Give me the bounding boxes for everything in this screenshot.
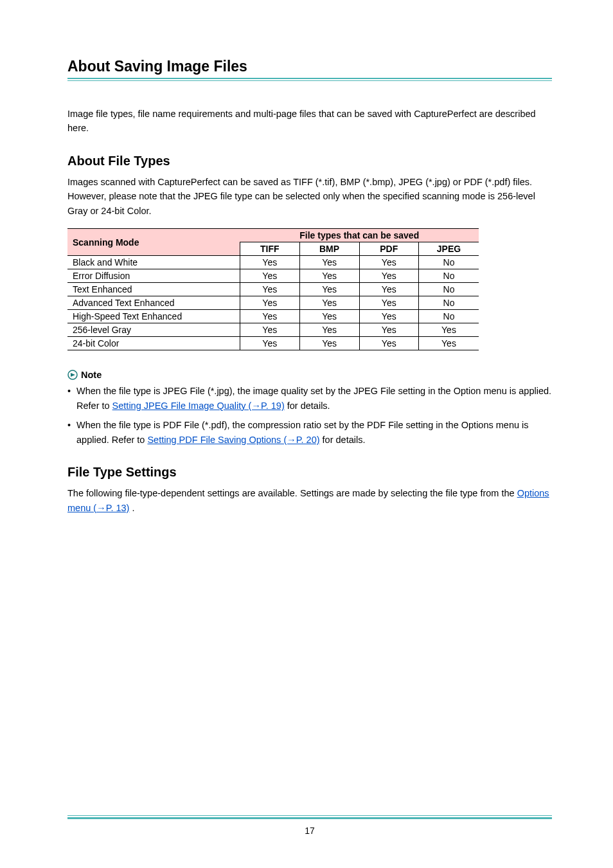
table-col-pdf: PDF xyxy=(359,242,418,256)
table-cell: 24-bit Color xyxy=(67,337,240,350)
table-row: Error Diffusion Yes Yes Yes No xyxy=(67,269,479,283)
note-text: for details. xyxy=(320,435,366,445)
table-cell: Yes xyxy=(299,256,359,269)
table-cell: No xyxy=(418,310,479,323)
table-cell: No xyxy=(418,256,479,269)
table-row: 256-level Gray Yes Yes Yes Yes xyxy=(67,323,479,337)
footer-divider-thin xyxy=(67,815,552,816)
note-icon xyxy=(67,370,78,380)
table-cell: Yes xyxy=(240,256,299,269)
table-cell: Yes xyxy=(418,323,479,337)
page-number: 17 xyxy=(67,826,552,836)
table-cell: Yes xyxy=(240,310,299,323)
file-types-table: Scanning Mode File types that can be sav… xyxy=(67,228,479,350)
note-text: for details. xyxy=(285,401,330,411)
table-col-tiff: TIFF xyxy=(240,242,299,256)
table-cell: Yes xyxy=(359,310,418,323)
table-cell: No xyxy=(418,296,479,310)
section-heading-about-file-types: About File Types xyxy=(67,154,552,168)
table-row: Black and White Yes Yes Yes No xyxy=(67,256,479,269)
section-heading-file-type-settings: File Type Settings xyxy=(67,465,552,480)
svg-marker-1 xyxy=(71,373,75,377)
table-cell: Yes xyxy=(359,256,418,269)
table-cell: Yes xyxy=(299,323,359,337)
table-cell: Yes xyxy=(299,310,359,323)
table-row: High-Speed Text Enhanced Yes Yes Yes No xyxy=(67,310,479,323)
table-row: Advanced Text Enhanced Yes Yes Yes No xyxy=(67,296,479,310)
table-cell: Yes xyxy=(240,337,299,350)
table-cell: Yes xyxy=(299,283,359,296)
table-cell: Advanced Text Enhanced xyxy=(67,296,240,310)
link-pdf-options[interactable]: Setting PDF File Saving Options (→P. 20) xyxy=(147,435,319,445)
table-cell: 256-level Gray xyxy=(67,323,240,337)
table-cell: Yes xyxy=(299,296,359,310)
table-cell: Yes xyxy=(299,337,359,350)
table-cell: Error Diffusion xyxy=(67,269,240,283)
table-header-scanning-mode: Scanning Mode xyxy=(67,229,240,256)
intro-paragraph: Image file types, file name requirements… xyxy=(67,107,552,136)
link-jpeg-quality[interactable]: Setting JPEG File Image Quality (→P. 19) xyxy=(112,401,285,411)
title-divider-thin xyxy=(67,80,552,81)
table-cell: Black and White xyxy=(67,256,240,269)
table-row: Text Enhanced Yes Yes Yes No xyxy=(67,283,479,296)
note-item: When the file type is PDF File (*.pdf), … xyxy=(67,418,552,447)
table-cell: Yes xyxy=(418,337,479,350)
table-cell: High-Speed Text Enhanced xyxy=(67,310,240,323)
table-cell: Yes xyxy=(359,283,418,296)
table-cell: No xyxy=(418,283,479,296)
table-cell: Yes xyxy=(359,323,418,337)
table-cell: Text Enhanced xyxy=(67,283,240,296)
section2-text: . xyxy=(129,503,134,513)
table-cell: Yes xyxy=(359,296,418,310)
table-cell: Yes xyxy=(299,269,359,283)
note-label: Note xyxy=(81,370,102,380)
table-row: 24-bit Color Yes Yes Yes Yes xyxy=(67,337,479,350)
table-cell: Yes xyxy=(359,269,418,283)
table-cell: No xyxy=(418,269,479,283)
section1-body: Images scanned with CapturePerfect can b… xyxy=(67,175,552,218)
section2-body: The following file-type-dependent settin… xyxy=(67,486,552,515)
title-divider-thick xyxy=(67,78,552,79)
table-header-file-types: File types that can be saved xyxy=(240,229,479,242)
note-item: When the file type is JPEG File (*.jpg),… xyxy=(67,384,552,413)
table-cell: Yes xyxy=(240,323,299,337)
table-col-jpeg: JPEG xyxy=(418,242,479,256)
page-title: About Saving Image Files xyxy=(67,58,552,75)
footer-divider-thick xyxy=(67,817,552,819)
table-col-bmp: BMP xyxy=(299,242,359,256)
table-cell: Yes xyxy=(240,269,299,283)
table-cell: Yes xyxy=(240,296,299,310)
table-cell: Yes xyxy=(359,337,418,350)
section2-text: The following file-type-dependent settin… xyxy=(67,488,517,498)
table-cell: Yes xyxy=(240,283,299,296)
